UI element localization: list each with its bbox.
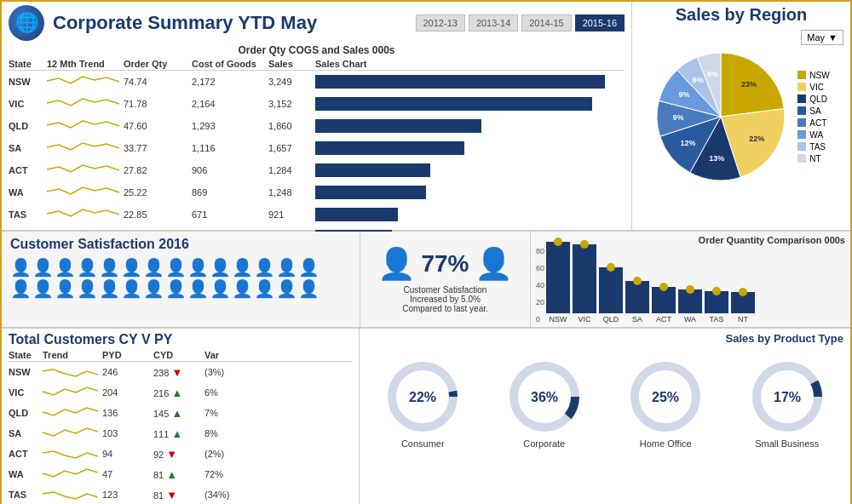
cust-state: SA: [9, 428, 43, 438]
row-cogs: 2,172: [192, 77, 268, 87]
oq-bar: [599, 267, 623, 313]
row-sparkline: [47, 116, 124, 136]
person-icon: 👤: [32, 257, 54, 278]
oq-y-label: 20: [536, 298, 544, 306]
cust-table-header: State Trend PYD CYD Var: [9, 349, 352, 362]
donut-svg: 25%: [627, 358, 704, 435]
oq-bar-dot: [659, 283, 668, 291]
cust-col-trend: Trend: [43, 350, 102, 360]
oq-bar-label: SA: [632, 315, 642, 324]
row-cogs: 1,293: [192, 121, 268, 131]
donut-item-Consumer: 22% Consumer: [384, 358, 461, 449]
cust-pyd: 136: [102, 408, 153, 418]
person-icon: 👤: [276, 278, 297, 299]
oq-bar: [731, 292, 755, 313]
person-icon: 👤: [10, 278, 32, 299]
legend-item-TAS: TAS: [797, 142, 829, 152]
legend-color: [797, 130, 806, 139]
middle-section: Customer Satisfaction 2016 👤👤👤👤👤👤👤👤👤👤👤👤👤…: [2, 232, 850, 329]
person-icon: 👤: [121, 257, 142, 278]
oq-bar-col: NT: [731, 292, 755, 324]
cust-sparkline-cell: [43, 485, 102, 504]
legend-color: [797, 71, 806, 79]
cust-state: QLD: [9, 408, 43, 418]
sat-description: Customer SatisfactionIncreased by 5.0%Co…: [402, 285, 488, 313]
oq-bar: [705, 291, 728, 313]
donut-svg: 22%: [384, 358, 461, 435]
sales-region-panel: Sales by Region May ▼ 23%22%13%12%9%9%6%…: [632, 2, 850, 230]
sparkline: [47, 72, 119, 90]
table-row: TAS 22.85 671 921: [9, 203, 625, 226]
cust-pyd: 47: [102, 469, 153, 479]
dashboard: 🌐 Corporate Summary YTD May 2012-13 2013…: [0, 0, 852, 504]
person-icon: 👤: [254, 257, 275, 278]
year-tab-2014[interactable]: 2014-15: [521, 14, 571, 32]
cust-sparkline-cell: [43, 444, 102, 463]
month-dropdown[interactable]: May ▼: [801, 30, 843, 45]
cust-cyd: 111 ▲: [153, 427, 204, 440]
oq-bar-dot: [712, 287, 721, 295]
table-row: SA 33.77 1,116 1,657: [9, 137, 625, 159]
pie-label-VIC: 22%: [750, 135, 765, 143]
year-tab-2013[interactable]: 2013-14: [469, 14, 518, 32]
cust-sparkline: [43, 404, 98, 421]
oq-bar-label: NT: [738, 315, 748, 324]
pie-label-SA: 12%: [681, 139, 696, 147]
person-icon: 👤: [32, 278, 54, 299]
sparkline: [47, 182, 119, 201]
cust-col-state: State: [9, 350, 43, 360]
row-bar: [315, 184, 625, 201]
person-icon: 👤: [187, 278, 209, 299]
table-header: State 12 Mth Trend Order Qty Cost of Goo…: [9, 58, 625, 71]
cust-var: 6%: [204, 387, 251, 398]
oq-bar-label: VIC: [579, 315, 591, 324]
oq-bar-label: TAS: [710, 315, 724, 324]
legend-color: [797, 106, 806, 115]
row-sparkline: [47, 138, 124, 158]
prod-type-title: Sales by Product Type: [366, 332, 843, 345]
row-orderqty: 25.22: [124, 187, 192, 198]
row-orderqty: 33.77: [124, 143, 192, 153]
cust-cyd: 145 ▲: [153, 407, 204, 420]
oq-bar-chart: NSW VIC QLD SA ACT WA TAS NT: [546, 247, 755, 324]
row-state: ACT: [9, 165, 47, 175]
legend-item-QLD: QLD: [797, 94, 829, 104]
row-orderqty: 71.78: [124, 99, 192, 109]
person-icon: 👤: [99, 278, 120, 299]
row-bar: [315, 206, 625, 223]
person-icon: 👤: [276, 257, 297, 278]
legend-label: SA: [809, 106, 820, 116]
row-sales: 3,249: [268, 77, 315, 87]
col-orderqty: Order Qty: [124, 59, 192, 69]
row-sales: 3,152: [268, 99, 315, 109]
person-icon: 👤: [232, 278, 253, 299]
cust-table-row: TAS 123 81 ▼ (34%): [9, 484, 352, 504]
donut-label-pct: 17%: [774, 390, 801, 404]
person-right-icon: 👤: [475, 246, 513, 282]
row-sales: 1,284: [268, 165, 315, 175]
pie-area: 23%22%13%12%9%9%6%6% NSWVICQLDSAACTWATAS…: [639, 49, 843, 185]
person-icon: 👤: [77, 278, 98, 299]
row-orderqty: 22.85: [124, 209, 192, 220]
cust-var: 7%: [204, 408, 251, 418]
donut-item-Corporate: 36% Corporate: [506, 358, 583, 449]
row-cogs: 869: [192, 187, 268, 198]
person-icon: 👤: [187, 257, 209, 278]
year-tab-2012[interactable]: 2012-13: [416, 14, 465, 32]
page-title: Corporate Summary YTD May: [53, 12, 317, 34]
donut-label-pct: 25%: [652, 390, 679, 404]
cust-cyd: 92 ▼: [153, 448, 204, 461]
person-icon: 👤: [232, 257, 253, 278]
cust-var: 8%: [204, 428, 251, 438]
year-tab-2015[interactable]: 2015-16: [575, 14, 625, 32]
product-type-panel: Sales by Product Type 22% Consumer 36% C…: [360, 329, 850, 504]
row-bar: [315, 117, 625, 135]
sparkline: [47, 204, 119, 223]
pie-label-TAS: 6%: [693, 76, 704, 84]
customers-title: Total Customers CY V PY: [9, 332, 352, 347]
trend-arrow: ▼: [171, 366, 182, 379]
cust-table-row: QLD 136 145 ▲ 7%: [9, 403, 352, 423]
legend-color: [797, 118, 806, 127]
cust-state: WA: [9, 469, 43, 479]
oq-bar-col: WA: [678, 289, 702, 324]
